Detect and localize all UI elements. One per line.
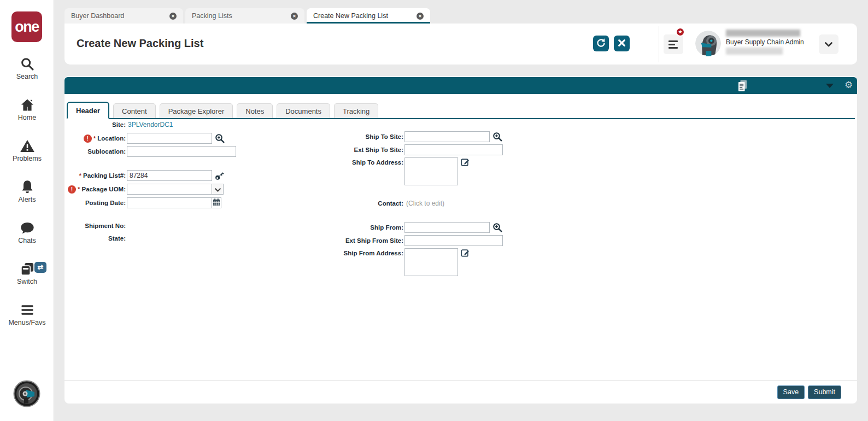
sublocation-input[interactable] (127, 146, 236, 157)
ext-ship-from-site-label: Ext Ship From Site: (329, 237, 403, 244)
ship-from-address-textarea[interactable] (404, 248, 458, 276)
tab-label: Header (76, 107, 100, 115)
close-tab-icon[interactable]: ✕ (169, 13, 177, 20)
contact-label: Contact: (329, 200, 403, 207)
posting-date-input[interactable] (127, 197, 212, 208)
workspace-tab-label: Packing Lists (192, 12, 232, 20)
location-input[interactable] (127, 133, 212, 144)
edit-address-icon[interactable] (461, 157, 470, 166)
toolbar-dropdown-caret-icon[interactable] (826, 84, 834, 88)
workspace-tab-label: Buyer Dashboard (71, 12, 124, 20)
zoom-lookup-icon[interactable] (492, 223, 502, 232)
sidebar-item-alerts[interactable]: Alerts (0, 179, 54, 203)
calendar-icon (213, 198, 220, 208)
sidebar-item-chats[interactable]: Chats (0, 220, 54, 244)
home-icon (0, 97, 54, 113)
tab-notes[interactable]: Notes (237, 103, 273, 118)
packing-list-row: * Packing List#: (64, 170, 224, 181)
sublocation-row: Sublocation: (64, 146, 236, 157)
sidebar-item-search[interactable]: Search (0, 56, 54, 80)
card-toolbar: ⚙ (64, 77, 857, 94)
user-avatar[interactable] (695, 31, 721, 56)
chevron-down-icon (825, 40, 832, 49)
sidebar-item-home[interactable]: Home (0, 97, 54, 121)
ship-to-site-input[interactable] (404, 131, 490, 142)
tab-label: Documents (285, 107, 321, 115)
required-marker: * (93, 135, 96, 142)
switch-version-badge[interactable]: ⇄ (34, 262, 46, 273)
posting-date-row: Posting Date: (64, 197, 221, 208)
ship-from-row: Ship From: (329, 222, 502, 233)
profile-avatar[interactable] (13, 380, 40, 407)
contact-row: Contact: (Click to edit) (329, 200, 444, 207)
refresh-button[interactable] (593, 36, 609, 51)
user-role-label: Buyer Supply Chain Admin (726, 38, 804, 46)
error-icon: ! (68, 185, 76, 194)
close-tab-icon[interactable]: ✕ (291, 13, 298, 20)
sidebar-item-menus-favs[interactable]: Menus/Favs (0, 302, 54, 326)
sidebar-item-switch[interactable]: ⇄ Switch (0, 261, 54, 285)
packing-list-card: ⚙ Header Content Package Explorer Notes … (64, 76, 857, 404)
ship-to-address-label: Ship To Address: (329, 157, 403, 166)
workspace-tab-packing-lists[interactable]: Packing Lists ✕ (185, 8, 304, 24)
global-menu-button[interactable] (664, 34, 683, 54)
hamburger-icon (0, 302, 54, 318)
sidebar-item-label: Alerts (0, 196, 54, 203)
page-header: Create New Packing List ★ (64, 24, 857, 65)
required-marker: * (79, 172, 81, 179)
packing-list-input[interactable] (127, 170, 212, 181)
chat-bubble-icon (0, 220, 54, 236)
save-button[interactable]: Save (777, 385, 805, 399)
tab-tracking[interactable]: Tracking (334, 103, 378, 118)
favorites-badge: ★ (676, 27, 685, 37)
workspace-tab-buyer-dashboard[interactable]: Buyer Dashboard ✕ (64, 8, 183, 24)
shipment-no-row: Shipment No: (64, 223, 126, 229)
packing-list-label: Packing List#: (83, 172, 126, 179)
warning-icon (0, 138, 54, 154)
calendar-picker-button[interactable] (212, 197, 221, 208)
package-uom-label: Package UOM: (81, 186, 126, 192)
sidebar: one Search Home Problems Alerts (0, 0, 54, 421)
sidebar-item-problems[interactable]: Problems (0, 138, 54, 162)
tab-documents[interactable]: Documents (277, 103, 330, 118)
ext-ship-to-site-input[interactable] (404, 144, 503, 155)
ship-to-address-textarea[interactable] (404, 157, 458, 185)
sidebar-item-label: Menus/Favs (0, 319, 54, 326)
gear-icon[interactable]: ⚙ (844, 79, 853, 91)
workspace-tab-create-new-packing-list[interactable]: Create New Packing List ✕ (307, 8, 430, 24)
tab-package-explorer[interactable]: Package Explorer (160, 103, 233, 118)
package-uom-dropdown-button[interactable] (212, 184, 224, 195)
site-value-link[interactable]: 3PLVendorDC1 (128, 121, 173, 128)
contact-click-to-edit[interactable]: (Click to edit) (406, 200, 444, 207)
sidebar-item-label: Search (0, 73, 54, 80)
edit-address-icon[interactable] (461, 248, 470, 257)
submit-button[interactable]: Submit (808, 385, 841, 399)
document-report-icon[interactable] (737, 80, 748, 94)
tab-header[interactable]: Header (67, 102, 109, 119)
tab-content[interactable]: Content (113, 103, 156, 118)
ext-ship-to-site-label: Ext Ship To Site: (329, 147, 403, 153)
close-view-button[interactable] (614, 36, 630, 51)
posting-date-label: Posting Date: (64, 200, 126, 206)
brand-logo[interactable]: one (11, 11, 42, 42)
app-root: one Search Home Problems Alerts (0, 0, 868, 421)
ext-ship-from-site-input[interactable] (404, 235, 503, 246)
search-icon (0, 56, 54, 72)
site-row: Site: 3PLVendorDC1 (64, 121, 173, 128)
shipment-no-label: Shipment No: (64, 223, 126, 229)
zoom-lookup-icon[interactable] (492, 132, 502, 142)
state-label: State: (64, 235, 126, 242)
ext-ship-from-site-row: Ext Ship From Site: (329, 235, 503, 246)
package-uom-input[interactable] (127, 184, 212, 195)
sublocation-label: Sublocation: (64, 148, 126, 155)
select-caret-icon (215, 185, 221, 194)
user-menu-dropdown-button[interactable] (819, 34, 838, 54)
close-icon (618, 39, 626, 49)
zoom-lookup-icon[interactable] (215, 133, 225, 143)
sidebar-item-label: Switch (0, 278, 54, 285)
ship-from-label: Ship From: (329, 224, 403, 231)
ship-from-input[interactable] (404, 222, 490, 233)
menu-line (668, 40, 678, 42)
key-icon[interactable] (215, 171, 224, 180)
close-tab-icon[interactable]: ✕ (417, 13, 424, 20)
